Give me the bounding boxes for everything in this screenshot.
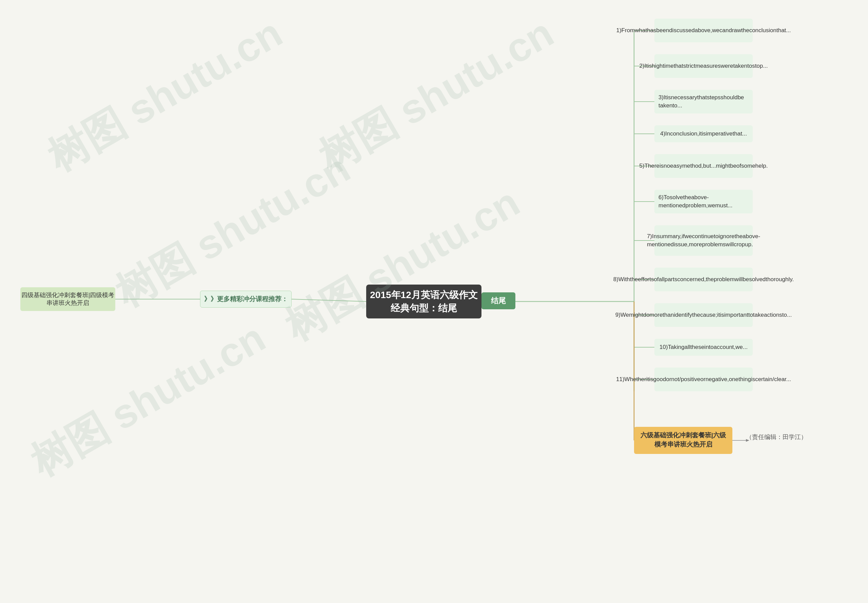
node-jiewei: 结尾: [482, 292, 515, 309]
right-10-label: 10)Takingalltheseintoaccount,we...: [659, 343, 748, 351]
node-right-3: 3)Itisnecessarythatstepsshouldbe takento…: [654, 90, 753, 113]
node-main: 2015年12月英语六级作文 经典句型：结尾: [366, 284, 482, 319]
node-right-9: 9)Wemightdomorethanidentifythecause;itis…: [654, 303, 753, 327]
node-right-2: 2)Itishightimethatstrictmeasuresweretake…: [654, 54, 753, 78]
left1-label: 四级基础强化冲刺套餐班|四级模考串讲班火热开启: [20, 291, 115, 307]
node-right-5: 5)Thereisnoeasymethod,but...mightbeofsom…: [654, 154, 753, 178]
main-label: 2015年12月英语六级作文 经典句型：结尾: [370, 288, 477, 315]
svg-line-1: [291, 299, 366, 302]
right-4-label: 4)Inconclusion,itisimperativethat...: [660, 130, 747, 138]
right-5-label: 5)Thereisnoeasymethod,but...mightbeofsom…: [640, 162, 768, 170]
bottom-orange-label: 六级基础强化冲刺套餐班|六级模考串讲班火热开启: [640, 431, 726, 448]
right-11-label: 11)Whetheritisgoodornot/positiveornegati…: [616, 375, 791, 383]
editor-label: （责任编辑：田学江）: [746, 433, 807, 441]
watermark-3: 树图 shutu.cn: [21, 311, 275, 490]
node-right-10: 10)Takingalltheseintoaccount,we...: [654, 339, 753, 356]
right-7-label: 7)Insummary,ifwecontinuetoignoretheabove…: [647, 232, 760, 249]
node-right-11: 11)Whetheritisgoodornot/positiveornegati…: [654, 368, 753, 391]
node-right-4: 4)Inconclusion,itisimperativethat...: [654, 125, 753, 142]
right-9-label: 9)Wemightdomorethanidentifythecause;itis…: [615, 311, 792, 319]
right-3-label: 3)Itisnecessarythatstepsshouldbe takento…: [659, 93, 749, 110]
node-arrow: 》》更多精彩冲分课程推荐：: [200, 291, 291, 308]
right-1-label: 1)Fromwhathasbeendiscussedabove,wecandra…: [616, 26, 791, 34]
node-bottom-orange: 六级基础强化冲刺套餐班|六级模考串讲班火热开启: [634, 427, 732, 454]
watermark-5: 树图 shutu.cn: [275, 175, 530, 354]
arrow-label: 》》更多精彩冲分课程推荐：: [204, 295, 288, 303]
node-right-7: 7)Insummary,ifwecontinuetoignoretheabove…: [654, 225, 753, 256]
jiewei-label: 结尾: [491, 296, 506, 306]
watermark-4: 树图 shutu.cn: [309, 6, 564, 185]
node-left-1: 四级基础强化冲刺套餐班|四级模考串讲班火热开启: [20, 287, 115, 311]
watermark-1: 树图 shutu.cn: [38, 6, 292, 185]
right-6-label: 6)Tosolvetheabove-mentionedproblem,wemus…: [659, 193, 749, 210]
editor-text: （责任编辑：田学江）: [746, 434, 807, 441]
right-2-label: 2)Itishightimethatstrictmeasuresweretake…: [640, 62, 768, 70]
node-right-8: 8)Withtheeffortsofallpartsconcerned,thep…: [654, 267, 753, 291]
node-right-1: 1)Fromwhathasbeendiscussedabove,wecandra…: [654, 19, 753, 42]
node-right-6: 6)Tosolvetheabove-mentionedproblem,wemus…: [654, 190, 753, 213]
right-8-label: 8)Withtheeffortsofallpartsconcerned,thep…: [613, 275, 794, 283]
